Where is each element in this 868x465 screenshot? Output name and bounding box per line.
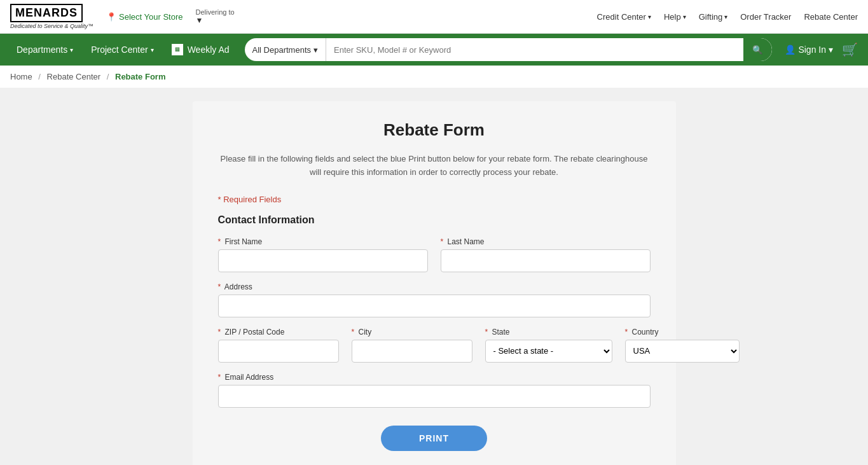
email-row: * Email Address <box>218 373 651 408</box>
logo: MENARDS <box>10 4 83 22</box>
last-name-input[interactable] <box>441 249 651 272</box>
rebate-center-link[interactable]: Rebate Center <box>804 12 858 22</box>
search-category-chevron-icon: ▾ <box>313 45 318 55</box>
required-star: * <box>441 237 444 246</box>
breadcrumb-home[interactable]: Home <box>10 72 32 81</box>
zip-input[interactable] <box>218 340 339 363</box>
store-select[interactable]: 📍 Select Your Store <box>106 12 183 22</box>
name-row: * First Name * Last Name <box>218 237 651 272</box>
city-label: * City <box>352 328 472 337</box>
departments-chevron-icon: ▾ <box>70 46 73 53</box>
chevron-down-icon: ▾ <box>648 13 651 20</box>
chevron-down-icon: ▾ <box>683 13 686 20</box>
page-content: Rebate Form Please fill in the following… <box>0 88 868 465</box>
breadcrumb-current: Rebate Form <box>115 72 165 81</box>
form-container: Rebate Form Please fill in the following… <box>193 101 676 465</box>
country-label: * Country <box>625 328 740 337</box>
first-name-label: * First Name <box>218 237 428 246</box>
state-field: * State - Select a state - <box>485 328 612 363</box>
delivering-to[interactable]: Delivering to ▼ <box>196 8 235 25</box>
breadcrumb-separator: / <box>38 72 41 81</box>
chevron-down-icon: ▾ <box>724 13 727 20</box>
project-center-label: Project Center <box>91 45 148 55</box>
location-row: * ZIP / Postal Code * City * State - Sel <box>218 328 651 363</box>
logo-area: MENARDS Dedicated to Service & Quality™ <box>10 4 93 29</box>
country-select[interactable]: USA <box>625 340 740 363</box>
sign-in-label: Sign In <box>798 45 826 55</box>
user-icon: 👤 <box>785 45 796 55</box>
first-name-input[interactable] <box>218 249 428 272</box>
section-title: Contact Information <box>218 214 651 226</box>
order-tracker-link[interactable]: Order Tracker <box>740 12 791 22</box>
zip-label: * ZIP / Postal Code <box>218 328 339 337</box>
project-center-chevron-icon: ▾ <box>151 46 154 53</box>
required-star: * <box>218 282 221 291</box>
credit-center-link[interactable]: Credit Center ▾ <box>597 12 651 22</box>
required-star: * <box>218 328 221 337</box>
required-star: * <box>352 328 355 337</box>
state-label: * State <box>485 328 612 337</box>
top-bar: MENARDS Dedicated to Service & Quality™ … <box>0 0 868 34</box>
first-name-field: * First Name <box>218 237 428 272</box>
required-star: * <box>218 237 221 246</box>
weekly-ad-label: Weekly Ad <box>188 45 230 55</box>
breadcrumb-separator-2: / <box>107 72 109 81</box>
required-star: * <box>485 328 488 337</box>
address-input[interactable] <box>218 295 651 317</box>
project-center-nav-item[interactable]: Project Center ▾ <box>82 34 162 66</box>
cart-button[interactable]: 🛒 <box>839 42 860 57</box>
search-bar: All Departments ▾ 🔍 <box>245 38 773 61</box>
main-nav: Departments ▾ Project Center ▾ ▤ Weekly … <box>0 34 868 66</box>
last-name-field: * Last Name <box>441 237 651 272</box>
form-title: Rebate Form <box>218 120 651 140</box>
breadcrumb-rebate-center[interactable]: Rebate Center <box>47 72 101 81</box>
search-input[interactable] <box>326 45 743 55</box>
email-label: * Email Address <box>218 373 651 382</box>
country-field: * Country USA <box>625 328 740 363</box>
cart-icon: 🛒 <box>842 43 858 57</box>
help-link[interactable]: Help ▾ <box>664 12 686 22</box>
print-button[interactable]: PRINT <box>381 426 487 451</box>
zip-field: * ZIP / Postal Code <box>218 328 339 363</box>
address-row: * Address <box>218 282 651 317</box>
sign-in-button[interactable]: 👤 Sign In ▾ <box>778 45 839 55</box>
email-field: * Email Address <box>218 373 651 408</box>
form-description: Please fill in the following fields and … <box>218 153 651 179</box>
search-icon: 🔍 <box>752 45 763 55</box>
last-name-label: * Last Name <box>441 237 651 246</box>
city-input[interactable] <box>352 340 472 363</box>
city-field: * City <box>352 328 472 363</box>
breadcrumb: Home / Rebate Center / Rebate Form <box>0 66 868 88</box>
gifting-link[interactable]: Gifting ▾ <box>699 12 728 22</box>
delivering-to-label: Delivering to <box>196 8 235 16</box>
search-category-label: All Departments <box>252 45 311 55</box>
delivering-chevron: ▼ <box>196 16 235 25</box>
search-button[interactable]: 🔍 <box>743 38 772 61</box>
logo-tagline: Dedicated to Service & Quality™ <box>10 23 93 29</box>
state-select[interactable]: - Select a state - <box>485 340 612 363</box>
departments-label: Departments <box>17 45 67 55</box>
required-note: * Required Fields <box>218 195 651 204</box>
departments-nav-item[interactable]: Departments ▾ <box>8 34 82 66</box>
address-field: * Address <box>218 282 651 317</box>
location-pin-icon: 📍 <box>106 12 116 22</box>
top-bar-right: Credit Center ▾ Help ▾ Gifting ▾ Order T… <box>597 12 858 22</box>
search-category-dropdown[interactable]: All Departments ▾ <box>245 38 326 61</box>
email-input[interactable] <box>218 385 651 408</box>
sign-in-chevron-icon: ▾ <box>829 45 833 55</box>
weekly-ad-page-icon: ▤ <box>172 44 183 55</box>
required-star: * <box>625 328 628 337</box>
weekly-ad-nav-item[interactable]: ▤ Weekly Ad <box>163 34 238 66</box>
top-bar-left: MENARDS Dedicated to Service & Quality™ … <box>10 4 235 29</box>
address-label: * Address <box>218 282 651 291</box>
store-select-label: Select Your Store <box>119 12 183 22</box>
required-star: * <box>218 373 221 382</box>
